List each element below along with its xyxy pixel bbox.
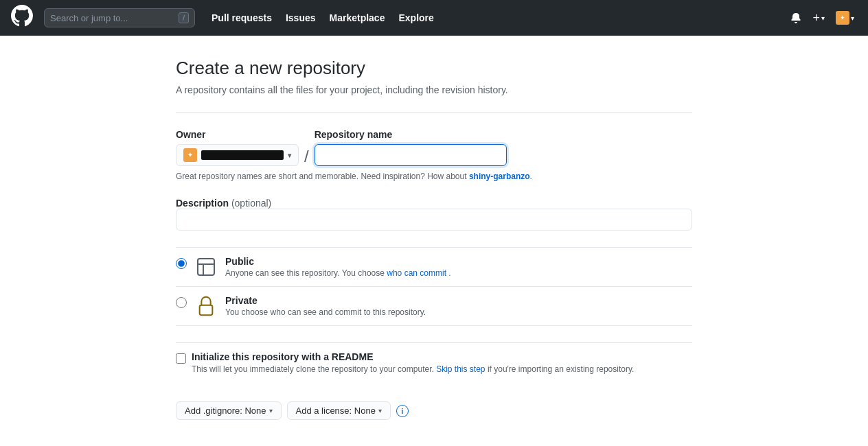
- private-option: Private You choose who can see and commi…: [176, 286, 692, 326]
- commit-link[interactable]: who can commit: [387, 268, 446, 278]
- nav-link-pull-requests[interactable]: Pull requests: [206, 8, 277, 27]
- nav-links: Pull requests Issues Marketplace Explore: [206, 8, 777, 27]
- gitignore-label: Add .gitignore: None: [185, 406, 266, 416]
- svg-rect-0: [198, 259, 214, 275]
- owner-caret-icon: ▾: [288, 152, 291, 159]
- plus-icon: +: [812, 11, 820, 25]
- user-menu-button[interactable]: ✦ ▾: [833, 8, 857, 27]
- private-desc: You choose who can see and commit to thi…: [225, 307, 692, 317]
- readme-desc: This will let you immediately clone the …: [192, 364, 634, 374]
- navbar: / Pull requests Issues Marketplace Explo…: [0, 0, 868, 36]
- description-section: Description (optional): [176, 198, 692, 231]
- page-title: Create a new repository: [176, 58, 692, 79]
- repo-name-input[interactable]: [315, 144, 507, 166]
- repo-name-label: Repository name: [315, 129, 507, 140]
- license-button[interactable]: Add a license: None ▾: [287, 401, 391, 420]
- readme-checkbox[interactable]: [176, 353, 186, 364]
- info-icon[interactable]: i: [396, 405, 409, 417]
- owner-label: Owner: [176, 129, 299, 140]
- repo-name-group: Repository name: [315, 129, 507, 166]
- description-input[interactable]: [176, 209, 692, 231]
- svg-rect-3: [200, 305, 213, 316]
- private-option-text: Private You choose who can see and commi…: [225, 295, 692, 317]
- public-icon: [195, 256, 217, 278]
- search-input[interactable]: [50, 13, 173, 23]
- owner-name-redacted: [201, 150, 284, 160]
- skip-link[interactable]: Skip this step: [436, 364, 485, 374]
- readme-section: Initialize this repository with a README…: [176, 342, 692, 382]
- github-logo[interactable]: [11, 5, 33, 31]
- gitignore-caret-icon: ▾: [269, 407, 273, 414]
- search-box[interactable]: /: [44, 8, 195, 27]
- user-caret-icon: ▾: [851, 14, 854, 22]
- license-label: Add a license: None: [296, 406, 376, 416]
- slash-key: /: [179, 12, 189, 23]
- divider: [176, 112, 692, 113]
- visibility-options: Public Anyone can see this repository. Y…: [176, 247, 692, 326]
- readme-option: Initialize this repository with a README…: [176, 342, 692, 382]
- owner-repo-row: Owner ✦ ▾ / Repository name: [176, 129, 692, 166]
- path-separator: /: [304, 148, 309, 166]
- public-radio[interactable]: [176, 258, 187, 269]
- license-caret-icon: ▾: [378, 407, 382, 414]
- suggestion-link[interactable]: shiny-garbanzo: [469, 172, 530, 181]
- public-desc: Anyone can see this repository. You choo…: [225, 268, 692, 278]
- nav-link-explore[interactable]: Explore: [393, 8, 439, 27]
- bottom-row: Add .gitignore: None ▾ Add a license: No…: [176, 401, 692, 420]
- nav-link-marketplace[interactable]: Marketplace: [324, 8, 391, 27]
- repo-name-hint: Great repository names are short and mem…: [176, 172, 692, 181]
- page-subtitle: A repository contains all the files for …: [176, 84, 692, 95]
- description-label: Description (optional): [176, 198, 271, 209]
- private-radio[interactable]: [176, 297, 187, 308]
- new-menu-button[interactable]: + ▾: [810, 8, 827, 28]
- nav-link-issues[interactable]: Issues: [280, 8, 321, 27]
- readme-label[interactable]: Initialize this repository with a README: [192, 351, 373, 362]
- owner-select[interactable]: ✦ ▾: [176, 144, 299, 166]
- public-option: Public Anyone can see this repository. Y…: [176, 247, 692, 286]
- public-option-text: Public Anyone can see this repository. Y…: [225, 256, 692, 278]
- private-icon: [195, 295, 217, 317]
- nav-right: + ▾ ✦ ▾: [788, 8, 857, 28]
- main-content: Create a new repository A repository con…: [159, 36, 709, 446]
- readme-text: Initialize this repository with a README…: [192, 351, 634, 374]
- owner-avatar: ✦: [183, 148, 197, 162]
- owner-group: Owner ✦ ▾: [176, 129, 299, 166]
- avatar: ✦: [836, 11, 849, 25]
- gitignore-button[interactable]: Add .gitignore: None ▾: [176, 401, 282, 420]
- caret-icon: ▾: [821, 14, 825, 22]
- public-title: Public: [225, 256, 692, 267]
- private-title: Private: [225, 295, 692, 306]
- notifications-button[interactable]: [788, 10, 804, 26]
